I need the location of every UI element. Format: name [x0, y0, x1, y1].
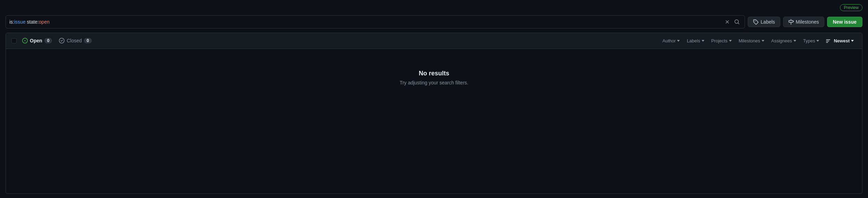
search-submit-button[interactable]	[733, 18, 741, 26]
types-chevron-icon	[816, 40, 819, 42]
labels-filter-button[interactable]: Labels	[684, 37, 707, 45]
open-count-badge: 0	[44, 38, 52, 43]
closed-tab[interactable]: Closed 0	[58, 36, 93, 45]
labels-chevron-icon	[702, 40, 704, 42]
search-box: is:issue state:open	[6, 15, 745, 28]
new-issue-button[interactable]: New issue	[827, 17, 862, 27]
milestones-button-label: Milestones	[796, 19, 819, 25]
milestones-filter-label: Milestones	[739, 38, 760, 43]
types-filter-label: Types	[803, 38, 815, 43]
closed-tab-label: Closed	[67, 38, 82, 43]
assignees-chevron-icon	[793, 40, 796, 42]
labels-filter-label: Labels	[687, 38, 700, 43]
issues-container: Open 0 Closed 0 Author Labels	[6, 33, 862, 194]
sort-chevron-icon	[851, 40, 854, 42]
sort-icon	[826, 38, 832, 44]
top-bar: Preview	[6, 4, 862, 11]
issues-header-right: Author Labels Projects Milestones Assign…	[660, 36, 857, 45]
query-state-text: state:	[26, 19, 39, 25]
assignees-filter-label: Assignees	[771, 38, 792, 43]
empty-title: No results	[419, 70, 449, 77]
new-issue-label: New issue	[833, 19, 857, 25]
query-keyword-issue: issue	[14, 19, 26, 25]
labels-button-label: Labels	[761, 19, 775, 25]
projects-chevron-icon	[729, 40, 732, 42]
sort-button[interactable]: Newest	[823, 36, 857, 45]
assignees-filter-button[interactable]: Assignees	[769, 37, 799, 45]
types-filter-button[interactable]: Types	[800, 37, 822, 45]
search-query-text: is:issue state:open	[9, 19, 722, 25]
author-filter-button[interactable]: Author	[660, 37, 683, 45]
milestones-button[interactable]: Milestones	[783, 17, 824, 27]
sort-label: Newest	[834, 38, 850, 43]
milestones-chevron-icon	[762, 40, 764, 42]
projects-filter-button[interactable]: Projects	[709, 37, 735, 45]
issues-header: Open 0 Closed 0 Author Labels	[6, 33, 862, 49]
empty-state: No results Try adjusting your search fil…	[6, 49, 862, 106]
select-all-checkbox-container	[11, 38, 17, 43]
milestones-filter-button[interactable]: Milestones	[736, 37, 767, 45]
select-all-checkbox[interactable]	[11, 38, 17, 43]
issues-header-left: Open 0 Closed 0	[11, 36, 654, 45]
preview-badge: Preview	[840, 4, 862, 11]
empty-subtitle: Try adjusting your search filters.	[400, 80, 468, 85]
search-row: is:issue state:open Labels Milestones Ne…	[6, 15, 862, 28]
projects-filter-label: Projects	[711, 38, 728, 43]
open-tab[interactable]: Open 0	[21, 36, 53, 45]
open-tab-label: Open	[30, 38, 42, 43]
search-clear-button[interactable]	[724, 18, 731, 25]
query-keyword-open: open	[39, 19, 50, 25]
closed-count-badge: 0	[84, 38, 92, 43]
author-filter-label: Author	[662, 38, 676, 43]
query-prefix: is:	[9, 19, 14, 25]
labels-button[interactable]: Labels	[748, 17, 780, 27]
author-chevron-icon	[677, 40, 680, 42]
